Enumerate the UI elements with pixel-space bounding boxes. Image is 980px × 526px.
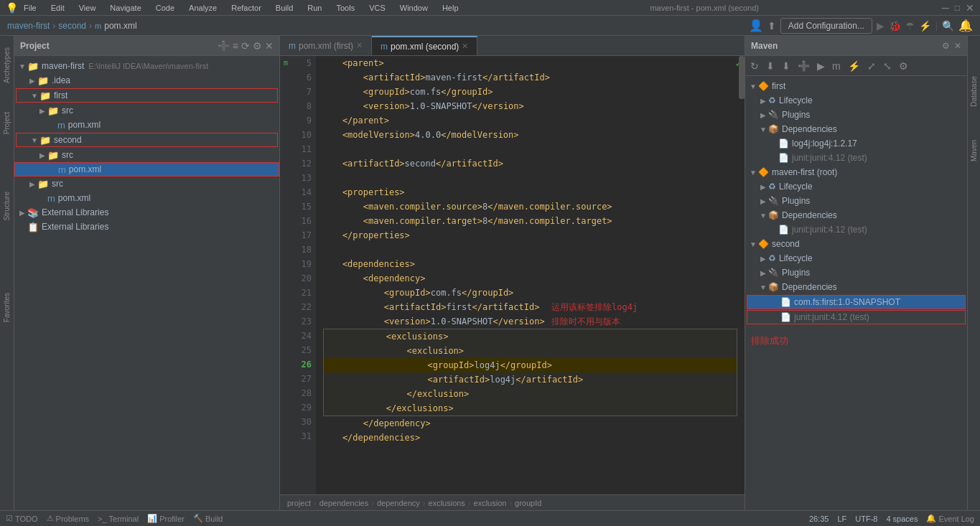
expand-first-icon[interactable]: ▼: [29, 92, 39, 100]
close-button[interactable]: ✕: [966, 2, 974, 14]
scroll-to-icon[interactable]: ⟳: [241, 40, 250, 52]
collapse-all-icon[interactable]: ≡: [233, 40, 238, 52]
code-editor[interactable]: m 5 6 7 8 9 10 11 12 13 14 15 16 17 18 1…: [280, 56, 745, 494]
tab-pom-second[interactable]: m pom.xml (second) ✕: [372, 36, 477, 55]
menu-window[interactable]: Window: [400, 4, 428, 12]
bc-second[interactable]: second: [58, 21, 86, 31]
maven-expand-first-plugins-icon[interactable]: ▶: [758, 111, 768, 119]
expand-second-icon[interactable]: ▼: [29, 136, 39, 144]
maven-item-sec-plugins[interactable]: ▶ 🔌 Plugins: [745, 266, 967, 280]
bc-bottom-exclusion[interactable]: exclusion: [474, 499, 507, 507]
maven-item-maven-first-root[interactable]: ▼ 🔶 maven-first (root): [745, 165, 967, 179]
notifications-icon[interactable]: 🔔: [958, 19, 973, 32]
expand-maven-first-icon[interactable]: ▼: [17, 62, 27, 70]
maven-item-mf-plugins[interactable]: ▶ 🔌 Plugins: [745, 194, 967, 208]
maven-expand-second-icon[interactable]: ▼: [748, 240, 758, 248]
maven-item-second[interactable]: ▼ 🔶 second: [745, 237, 967, 251]
tree-item-first[interactable]: ▼ 📁 first: [16, 88, 278, 103]
maven-item-sec-lifecycle[interactable]: ▶ ♻ Lifecycle: [745, 251, 967, 266]
maven-item-first-plugins[interactable]: ▶ 🔌 Plugins: [745, 108, 967, 122]
bc-bottom-deps[interactable]: dependencies: [319, 499, 369, 507]
maven-item-first-lifecycle[interactable]: ▶ ♻ Lifecycle: [745, 93, 967, 108]
maven-item-mf-lifecycle[interactable]: ▶ ♻ Lifecycle: [745, 179, 967, 194]
database-label[interactable]: Database: [969, 72, 979, 111]
menu-tools[interactable]: Tools: [336, 4, 355, 12]
vcs-icon[interactable]: ⬆: [767, 20, 776, 32]
menu-edit[interactable]: Edit: [51, 4, 65, 12]
maven-item-junit2[interactable]: 📄 junit:junit:4.12 (test): [745, 222, 967, 237]
tree-item-scratches[interactable]: 📋 External Libraries: [14, 220, 279, 234]
add-configuration-button[interactable]: Add Configuration...: [780, 18, 872, 34]
maven-item-mf-deps[interactable]: ▼ 📦 Dependencies: [745, 208, 967, 222]
tree-item-maven-first[interactable]: ▼ 📁 maven-first E:\IntelliJ IDEA\Maven\m…: [14, 59, 279, 73]
run-with-icon[interactable]: ⚡: [919, 20, 931, 32]
maven-side-label[interactable]: Maven: [969, 136, 979, 166]
maven-expand-sec-plugins-icon[interactable]: ▶: [758, 269, 768, 277]
maven-item-com-fs-first[interactable]: 📄 com.fs:first:1.0-SNAPSHOT: [747, 295, 966, 309]
maximize-button[interactable]: □: [955, 3, 960, 13]
run-icon[interactable]: ▶: [877, 20, 885, 32]
sb-terminal[interactable]: >_ Terminal: [98, 515, 139, 523]
archetypes-label[interactable]: Archetypes: [1, 43, 12, 88]
menu-file[interactable]: File: [24, 4, 37, 12]
maven-expand-first-lc-icon[interactable]: ▶: [758, 97, 768, 105]
maven-collapse-icon[interactable]: ⤡: [881, 59, 894, 73]
expand-src2-icon[interactable]: ▶: [37, 151, 47, 159]
tab-pom-first[interactable]: m pom.xml (first) ✕: [280, 36, 372, 55]
maven-expand-sec-deps-icon[interactable]: ▼: [758, 283, 768, 291]
expand-idea-icon[interactable]: ▶: [27, 77, 37, 85]
menu-run[interactable]: Run: [307, 4, 322, 12]
debug-icon[interactable]: 🐞: [889, 20, 901, 32]
maven-run-icon[interactable]: ▶: [815, 59, 827, 73]
bc-bottom-dependency[interactable]: dependency: [377, 499, 420, 507]
tree-item-ext-libs[interactable]: ▶ 📚 External Libraries: [14, 205, 279, 220]
sb-eventlog[interactable]: 🔔 Event Log: [926, 514, 974, 523]
expand-src1-icon[interactable]: ▶: [37, 107, 47, 115]
maven-item-junit3[interactable]: 📄 junit:junit:4.12 (test): [747, 310, 966, 324]
maven-item-junit1[interactable]: 📄 junit:junit:4.12 (test): [745, 151, 967, 165]
minimize-button[interactable]: ─: [942, 2, 949, 14]
bc-pom[interactable]: pom.xml: [104, 21, 136, 31]
favorites-label[interactable]: Favorites: [1, 288, 12, 327]
tree-item-src1[interactable]: ▶ 📁 src: [14, 103, 279, 118]
close-panel-icon[interactable]: ✕: [265, 40, 274, 52]
maven-item-log4j[interactable]: 📄 log4j:log4j:1.2.17: [745, 136, 967, 151]
menu-navigate[interactable]: Navigate: [110, 4, 141, 12]
maven-refresh-icon[interactable]: ↻: [748, 59, 761, 73]
menu-build[interactable]: Build: [276, 4, 293, 12]
maven-settings-icon[interactable]: ⚙: [942, 41, 950, 51]
sb-build[interactable]: 🔨 Build: [193, 514, 223, 523]
tree-item-pom2[interactable]: m pom.xml: [14, 162, 279, 177]
maven-item-first-deps[interactable]: ▼ 📦 Dependencies: [745, 122, 967, 136]
menu-code[interactable]: Code: [156, 4, 174, 12]
menu-view[interactable]: View: [79, 4, 96, 12]
maven-expand-mf-lc-icon[interactable]: ▶: [758, 183, 768, 191]
menu-refactor[interactable]: Refactor: [231, 4, 261, 12]
tree-item-src2[interactable]: ▶ 📁 src: [14, 148, 279, 162]
maven-expand-icon[interactable]: ⤢: [865, 59, 878, 73]
bc-bottom-project[interactable]: project: [287, 499, 311, 507]
settings-icon[interactable]: ⚙: [253, 40, 262, 52]
sb-profiler[interactable]: 📊 Profiler: [147, 514, 185, 523]
maven-item-first[interactable]: ▼ 🔶 first: [745, 79, 967, 93]
menu-vcs[interactable]: VCS: [369, 4, 386, 12]
tree-item-idea[interactable]: ▶ 📁 .idea: [14, 73, 279, 88]
menu-help[interactable]: Help: [442, 4, 459, 12]
maven-download-icon[interactable]: ⬇: [780, 59, 793, 73]
maven-item-sec-deps[interactable]: ▼ 📦 Dependencies: [745, 280, 967, 294]
menu-analyze[interactable]: Analyze: [189, 4, 217, 12]
maven-expand-mf-deps-icon[interactable]: ▼: [758, 212, 768, 220]
search-everywhere-icon[interactable]: 🔍: [942, 20, 954, 32]
sb-encoding[interactable]: UTF-8: [855, 515, 877, 523]
tab-second-close[interactable]: ✕: [462, 42, 468, 51]
structure-label[interactable]: Structure: [1, 187, 12, 225]
sb-position[interactable]: 26:35: [809, 515, 829, 523]
expand-src3-icon[interactable]: ▶: [27, 180, 37, 188]
bc-bottom-groupid[interactable]: groupId: [515, 499, 541, 507]
maven-expand-first-icon[interactable]: ▼: [748, 83, 758, 90]
tree-item-pom1[interactable]: m pom.xml: [14, 118, 279, 132]
tab-first-close[interactable]: ✕: [356, 41, 363, 50]
tree-item-pom3[interactable]: m pom.xml: [14, 191, 279, 205]
maven-skip-icon[interactable]: m: [830, 59, 843, 73]
maven-close-icon[interactable]: ✕: [954, 41, 961, 51]
